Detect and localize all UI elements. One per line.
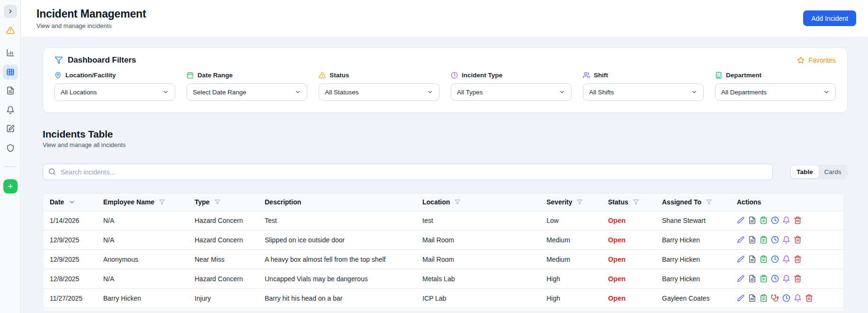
trash-icon[interactable]: [794, 275, 802, 283]
alert-triangle-icon: [319, 72, 326, 79]
trash-icon[interactable]: [794, 255, 802, 263]
clipboard-icon[interactable]: [760, 216, 768, 224]
view-toggle-cards[interactable]: Cards: [819, 166, 847, 178]
filter-funnel-icon[interactable]: [706, 199, 712, 205]
filter-funnel-icon[interactable]: [455, 199, 460, 205]
document-icon[interactable]: [748, 236, 756, 244]
clipboard-icon[interactable]: [760, 294, 768, 302]
trash-icon[interactable]: [805, 294, 813, 302]
cell-actions: [730, 230, 844, 249]
clock-icon[interactable]: [771, 275, 779, 283]
cell-status: Open: [601, 269, 655, 288]
clock-icon[interactable]: [771, 236, 779, 244]
bell-icon[interactable]: [782, 236, 790, 244]
sort-desc-icon[interactable]: [69, 199, 75, 205]
chevron-down-icon: [295, 89, 301, 95]
filters-title: Dashboard Filters: [68, 55, 136, 65]
cell-assigned: Gayleen Coates: [655, 288, 730, 308]
cell-employee: N/A: [97, 230, 188, 249]
building-icon: [715, 72, 722, 79]
trash-icon[interactable]: [794, 216, 802, 224]
cell-date: 1/14/2026: [43, 211, 97, 230]
document-icon[interactable]: [748, 216, 756, 224]
clipboard-icon[interactable]: [760, 236, 768, 244]
column-header-location[interactable]: Location: [416, 193, 540, 211]
sidebar-add-button[interactable]: [3, 179, 18, 193]
bell-icon[interactable]: [782, 275, 790, 283]
status-select[interactable]: All Statuses: [319, 83, 439, 101]
select-value: All Shifts: [589, 89, 614, 96]
filter-funnel-icon[interactable]: [159, 199, 165, 205]
filter-funnel-icon[interactable]: [215, 199, 220, 205]
department-select[interactable]: All Departments: [715, 83, 836, 101]
sidebar-item-incident-table[interactable]: [3, 64, 18, 80]
main-content: Dashboard Filters Favorites Location/Fac…: [21, 37, 868, 313]
edit-icon[interactable]: [737, 216, 745, 224]
cell-status: Open: [601, 230, 655, 249]
cell-description: Uncapped Vials may be dangerous: [258, 269, 416, 288]
document-icon[interactable]: [748, 294, 756, 302]
table-icon: [6, 68, 15, 76]
cell-employee: N/A: [97, 269, 188, 288]
add-incident-button[interactable]: Add Incident: [803, 10, 856, 26]
clock-icon[interactable]: [771, 255, 779, 263]
filter-funnel-icon[interactable]: [633, 199, 639, 205]
column-header-status[interactable]: Status: [601, 193, 655, 211]
search-input[interactable]: [43, 164, 773, 180]
table-header-row: Date Employee Name Type Description Loca…: [43, 193, 844, 211]
incident-type-select[interactable]: All Types: [451, 83, 572, 101]
cell-location: Metals Lab: [416, 269, 540, 288]
column-header-severity[interactable]: Severity: [540, 193, 601, 211]
view-toggle: Table Cards: [790, 165, 848, 179]
edit-icon[interactable]: [737, 255, 745, 263]
sidebar-item-tasks[interactable]: [6, 124, 15, 133]
filter-department: Department All Departments: [715, 72, 836, 101]
page-header: Incident Management View and manage inci…: [21, 0, 868, 37]
star-icon: [797, 56, 805, 64]
chevron-down-icon: [162, 89, 169, 95]
column-header-description[interactable]: Description: [258, 193, 416, 211]
sidebar-item-safety[interactable]: [6, 144, 15, 152]
document-icon[interactable]: [748, 255, 756, 263]
clipboard-icon[interactable]: [760, 255, 768, 263]
column-header-date[interactable]: Date: [43, 193, 97, 211]
sidebar-item-analytics[interactable]: [6, 48, 15, 57]
column-header-assigned-to[interactable]: Assigned To: [655, 193, 730, 211]
edit-icon[interactable]: [737, 294, 745, 302]
favorites-button[interactable]: Favorites: [797, 56, 836, 64]
sidebar-collapse-button[interactable]: [4, 5, 17, 18]
view-toggle-table[interactable]: Table: [791, 166, 819, 178]
stethoscope-icon[interactable]: [771, 294, 779, 302]
filter-label: Location/Facility: [65, 72, 116, 79]
edit-icon[interactable]: [737, 275, 745, 283]
clipboard-icon[interactable]: [760, 275, 768, 283]
cell-actions: [730, 211, 844, 230]
location-select[interactable]: All Locations: [54, 83, 175, 101]
column-header-employee-name[interactable]: Employee Name: [97, 193, 188, 211]
document-icon[interactable]: [748, 275, 756, 283]
date-range-select[interactable]: Select Date Range: [187, 83, 307, 101]
column-header-type[interactable]: Type: [188, 193, 258, 211]
cell-date: 12/9/2025: [43, 249, 97, 269]
cell-date: 12/9/2025: [43, 230, 97, 249]
cell-assigned: Barry Hicken: [655, 269, 730, 288]
favorites-label: Favorites: [808, 56, 836, 64]
edit-square-icon: [6, 124, 15, 133]
edit-icon[interactable]: [737, 236, 745, 244]
cell-status: Open: [601, 288, 655, 308]
shift-select[interactable]: All Shifts: [583, 83, 704, 101]
cell-assigned: Shane Stewart: [655, 211, 730, 230]
table-row: 12/9/2025 N/A Hazard Concern Slipped on …: [43, 230, 844, 249]
bell-icon[interactable]: [782, 255, 790, 263]
sidebar-item-notifications[interactable]: [6, 106, 15, 114]
sidebar-item-reports[interactable]: [6, 86, 15, 95]
trash-icon[interactable]: [794, 236, 802, 244]
clock-icon[interactable]: [771, 216, 779, 224]
filter-incident-type: Incident Type All Types: [451, 72, 572, 101]
bell-icon[interactable]: [782, 216, 790, 224]
filter-date-range: Date Range Select Date Range: [187, 72, 307, 101]
bell-icon[interactable]: [794, 294, 802, 302]
clock-icon[interactable]: [782, 294, 790, 302]
filter-funnel-icon[interactable]: [577, 199, 582, 205]
sidebar-item-incidents[interactable]: [6, 26, 15, 35]
